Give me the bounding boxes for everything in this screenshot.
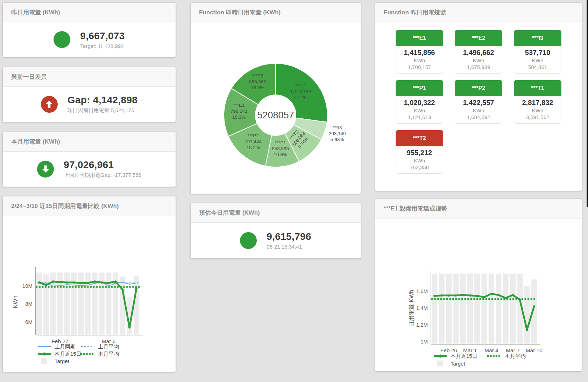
- data-point: [128, 326, 130, 328]
- status-tile-P2[interactable]: ***P21,422,557KWh1,684,092: [455, 80, 502, 124]
- panel-title[interactable]: 與前一日差異: [3, 67, 176, 87]
- panel-title-text: 昨日用電量 (KWh): [11, 8, 60, 16]
- panel-title-text: ***E1 設備用電達成趨勢: [384, 204, 447, 213]
- data-point: [462, 294, 464, 296]
- y-tick-label: 1.6M: [416, 288, 428, 294]
- stat-subtitle: Target: 11,128,992: [80, 43, 125, 49]
- x-tick-label: Mar 4: [484, 347, 498, 353]
- target-bar: [467, 273, 473, 344]
- legend-item[interactable]: 本月近15日: [434, 353, 477, 359]
- target-bar: [134, 276, 139, 335]
- status-tile-T1[interactable]: ***T12,817,832KWh3,591,562: [514, 80, 561, 124]
- legend-item[interactable]: 本月近15日: [38, 351, 82, 357]
- x-tick-label: Mar 10: [526, 347, 543, 353]
- target-bar: [481, 273, 487, 344]
- tile-value: 1,020,322: [396, 99, 443, 107]
- donut-slice-label: ***I3293,1495.63%: [329, 125, 346, 142]
- legend-label: 本月平均: [505, 353, 526, 359]
- legend-label: 本月近15日: [55, 351, 82, 357]
- data-point: [433, 295, 435, 297]
- tile-unit: KWh: [514, 107, 561, 113]
- panel-title[interactable]: Function 昨日用電燈號: [375, 3, 582, 22]
- stat-body: 9,667,073 Target: 11,128,992: [3, 22, 176, 57]
- panel-title[interactable]: 預估今日用電量 (KWh): [191, 203, 361, 223]
- panel-title[interactable]: Function 即時日用電量 (KWh): [191, 3, 361, 22]
- status-tile-I3[interactable]: ***I3537,710KWh584,861: [514, 30, 561, 74]
- data-point: [73, 282, 75, 284]
- status-tile-label: ***T1: [514, 80, 561, 96]
- legend-label: 上月同期: [55, 343, 76, 349]
- status-tile-T2[interactable]: ***T2955,212KWh762,358: [396, 130, 443, 174]
- legend-item[interactable]: Target: [437, 361, 466, 367]
- data-point: [512, 294, 514, 296]
- status-tile-E1[interactable]: ***E11,415,856KWh1,700,157: [396, 30, 443, 74]
- legend-item[interactable]: 本月平均: [488, 353, 526, 359]
- tile-target-value: 1,700,157: [396, 64, 443, 70]
- target-bar: [453, 273, 459, 344]
- panel-title-text: 與前一日差異: [11, 73, 47, 81]
- panel-realtime-donut: Function 即時日用電量 (KWh) ***T11,413,18327.1…: [191, 3, 361, 194]
- status-tile-label: ***E2: [455, 30, 502, 46]
- y-tick-label: 1.4M: [416, 305, 428, 311]
- panel-e1-trend: ***E1 設備用電達成趨勢 1M1.2M1.4M1.6M日用電量 KWhFeb…: [375, 199, 582, 371]
- legend-item[interactable]: 上月平均: [81, 343, 119, 349]
- stat-value: 97,026,961: [64, 159, 141, 171]
- stat-value: 9,615,796: [267, 231, 311, 242]
- status-tile-E2[interactable]: ***E21,496,662KWh1,675,939: [455, 30, 502, 74]
- status-tile-P1[interactable]: ***P11,020,322KWh1,121,613: [396, 80, 443, 124]
- tile-unit: KWh: [396, 158, 443, 164]
- stat-subtitle: 06-21 15:34:41: [267, 244, 311, 250]
- stat-body: Gap: 4,142,898 昨日與前日用電量 5,524,175: [3, 87, 176, 121]
- trend-chart: 1M1.2M1.4M1.6M日用電量 KWhFeb 26Mar 1Mar 4Ma…: [375, 218, 582, 371]
- target-bar: [432, 273, 437, 344]
- legend-item[interactable]: Target: [41, 358, 70, 364]
- target-bar: [474, 273, 480, 344]
- panel-title[interactable]: ***E1 設備用電達成趨勢: [375, 199, 582, 218]
- tile-target-value: 762,358: [396, 164, 443, 170]
- tile-value: 1,415,856: [396, 49, 443, 57]
- status-tile-body: 955,212KWh762,358: [396, 146, 443, 174]
- green-circle-icon: [54, 31, 70, 48]
- data-point: [59, 281, 61, 283]
- legend-label: Target: [55, 358, 70, 364]
- data-point: [440, 294, 442, 297]
- tile-target-value: 584,861: [514, 64, 561, 70]
- tile-unit: KWh: [455, 107, 502, 113]
- tile-unit: KWh: [514, 57, 561, 63]
- stat-value: Gap: 4,142,898: [68, 95, 137, 106]
- data-point: [497, 294, 500, 296]
- target-bar: [460, 273, 466, 344]
- panel-title-text: 預估今日用電量 (KWh): [199, 209, 260, 217]
- panel-status-board: Function 昨日用電燈號 ***E11,415,856KWh1,700,1…: [375, 3, 582, 191]
- y-axis-label: KWh: [12, 296, 19, 308]
- panel-title[interactable]: 2/24~3/10 近15日同期用電量比較 (KWh): [3, 196, 176, 216]
- comparison-chart: 6M8M10MKWhFeb 27Mar 6上月同期上月平均本月近15日本月平均T…: [3, 216, 176, 372]
- tile-target-value: 1,121,613: [396, 114, 443, 120]
- stat-subtitle: 昨日與前日用電量 5,524,175: [68, 107, 137, 114]
- target-bar: [489, 273, 494, 344]
- legend-item[interactable]: 上月同期: [38, 343, 76, 349]
- data-point: [114, 280, 116, 283]
- y-tick-label: 1M: [420, 339, 428, 345]
- legend-item[interactable]: 本月平均: [81, 351, 119, 357]
- tile-value: 1,422,557: [455, 99, 502, 107]
- data-point: [448, 294, 450, 297]
- arrow-up-icon: [41, 96, 58, 113]
- data-point: [121, 289, 123, 291]
- status-tile-label: ***P1: [396, 80, 443, 96]
- panel-title[interactable]: 本月用電量 (KWh): [3, 132, 176, 152]
- panel-estimated-today: 預估今日用電量 (KWh) 9,615,796 06-21 15:34:41: [191, 203, 361, 258]
- x-tick-label: Feb 26: [440, 347, 457, 353]
- tile-value: 955,212: [396, 149, 443, 157]
- tile-target-value: 3,591,562: [514, 114, 561, 120]
- panel-yesterday-usage: 昨日用電量 (KWh) 9,667,073 Target: 11,128,992: [3, 3, 176, 57]
- scrollbar[interactable]: [587, 0, 588, 207]
- green-circle-icon: [240, 232, 257, 249]
- target-bar: [524, 286, 530, 344]
- status-tile-label: ***P2: [455, 80, 502, 96]
- data-point: [66, 282, 68, 284]
- panel-title[interactable]: 昨日用電量 (KWh): [3, 3, 176, 22]
- realtime-donut-chart: ***T11,413,18327.1%***I3293,1495.63%***T…: [191, 22, 361, 191]
- status-tile-label: ***T2: [396, 130, 443, 146]
- target-bar: [446, 273, 452, 344]
